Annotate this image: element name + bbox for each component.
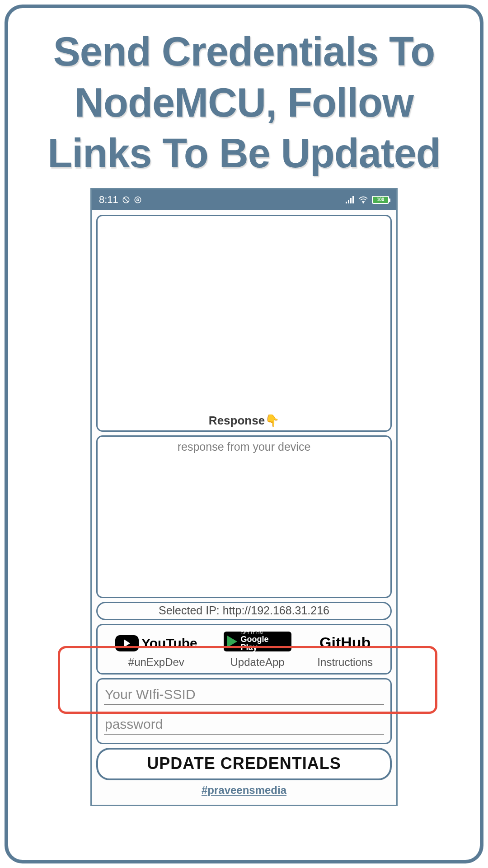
svg-rect-4 bbox=[346, 202, 347, 203]
phone-body: Response👇 response from your device Sele… bbox=[92, 210, 396, 805]
google-play-icon bbox=[227, 636, 237, 647]
footer-handle-link[interactable]: #praveensmedia bbox=[96, 784, 392, 800]
youtube-play-icon bbox=[115, 635, 139, 651]
selected-ip-pill[interactable]: Selected IP: http://192.168.31.216 bbox=[96, 602, 392, 620]
response-panel: response from your device bbox=[96, 435, 392, 598]
youtube-caption: #unExpDev bbox=[128, 656, 184, 669]
github-caption: Instructions bbox=[317, 656, 373, 669]
github-link[interactable]: GitHub Instructions bbox=[317, 634, 373, 669]
wifi-icon bbox=[358, 196, 368, 203]
svg-rect-7 bbox=[352, 196, 354, 203]
svg-line-1 bbox=[124, 197, 129, 202]
battery-icon: 100 bbox=[372, 196, 389, 204]
response-label: Response👇 bbox=[98, 414, 390, 428]
dnd-icon bbox=[134, 196, 142, 204]
promo-frame: Send Credentials To NodeMCU, Follow Link… bbox=[5, 5, 483, 863]
svg-rect-6 bbox=[350, 198, 352, 203]
point-down-icon: 👇 bbox=[265, 414, 279, 427]
svg-point-8 bbox=[363, 202, 364, 203]
wifi-password-input[interactable] bbox=[104, 715, 384, 735]
update-credentials-button[interactable]: UPDATE CREDENTIALS bbox=[96, 748, 392, 780]
links-panel: YouTube #unExpDev GET IT ON Google Play … bbox=[96, 624, 392, 675]
google-play-link[interactable]: GET IT ON Google Play UpdateApp bbox=[224, 632, 291, 669]
alarm-icon bbox=[122, 196, 130, 204]
credentials-panel bbox=[96, 678, 392, 744]
svg-point-3 bbox=[137, 198, 139, 201]
response-placeholder-text: response from your device bbox=[101, 440, 387, 453]
svg-rect-5 bbox=[348, 200, 349, 203]
phone-mockup: 8:11 100 Response bbox=[90, 188, 398, 806]
main-panel: Response👇 bbox=[96, 215, 392, 432]
github-brand-text: GitHub bbox=[319, 634, 371, 651]
status-time: 8:11 bbox=[99, 194, 118, 206]
google-play-caption: UpdateApp bbox=[230, 656, 285, 669]
headline: Send Credentials To NodeMCU, Follow Link… bbox=[22, 26, 466, 179]
google-play-brand: Google Play bbox=[241, 635, 288, 651]
wifi-ssid-input[interactable] bbox=[104, 685, 384, 705]
youtube-link[interactable]: YouTube #unExpDev bbox=[115, 635, 197, 669]
youtube-brand-text: YouTube bbox=[141, 636, 197, 651]
svg-point-2 bbox=[135, 197, 141, 203]
signal-icon bbox=[346, 196, 355, 203]
status-bar: 8:11 100 bbox=[92, 189, 396, 210]
